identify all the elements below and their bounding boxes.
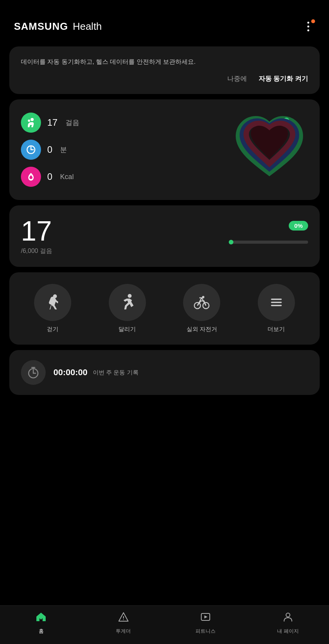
sync-actions: 나중에 자동 동기화 켜기	[21, 74, 308, 83]
app-header: SAMSUNG Health	[0, 0, 329, 41]
bike-label: 실외 자전거	[187, 326, 217, 333]
svg-point-21	[123, 619, 124, 620]
svg-rect-11	[271, 299, 282, 300]
steps-goal: /6,000 걸음	[21, 247, 223, 255]
minutes-icon	[21, 140, 41, 160]
svg-point-24	[286, 613, 290, 617]
timer-icon	[21, 360, 46, 385]
steps-right: 0%	[231, 217, 308, 244]
progress-bar-fill	[231, 241, 231, 244]
sync-later-button[interactable]: 나중에	[227, 74, 247, 83]
logo-health: Health	[73, 20, 102, 32]
steps-stat-row: 17 걸음	[21, 113, 79, 133]
logo-samsung: SAMSUNG	[14, 20, 68, 32]
activity-stats: 17 걸음 0 분 0 Kcal	[21, 113, 79, 187]
steps-icon	[21, 113, 41, 133]
svg-point-1	[28, 120, 30, 122]
steps-value: 17	[47, 117, 58, 128]
sync-enable-button[interactable]: 자동 동기화 켜기	[259, 74, 308, 83]
minutes-unit: 분	[60, 145, 67, 154]
activity-card[interactable]: 17 걸음 0 분 0 Kcal	[9, 99, 320, 200]
timer-time: 00:00:00	[53, 367, 87, 378]
more-label: 더보기	[267, 326, 285, 333]
run-label: 달리기	[118, 326, 136, 333]
timer-row: 00:00:00 이번 주 운동 기록	[53, 367, 139, 378]
timer-label: 이번 주 운동 기록	[93, 369, 139, 376]
nav-mypage-label: 내 페이지	[277, 628, 299, 635]
nav-together[interactable]: 투게더	[82, 611, 165, 635]
svg-rect-12	[271, 302, 282, 303]
nav-mypage[interactable]: 내 페이지	[247, 611, 329, 635]
workout-walk-button[interactable]: 걷기	[17, 284, 89, 333]
steps-unit: 걸음	[65, 118, 79, 127]
home-icon	[35, 611, 47, 625]
workout-bike-button[interactable]: 실외 자전거	[166, 284, 238, 333]
workout-buttons: 걷기 달리기	[17, 284, 312, 333]
steps-card[interactable]: 17 /6,000 걸음 0%	[9, 205, 320, 267]
svg-marker-23	[204, 615, 207, 618]
kcal-icon	[21, 167, 41, 187]
kcal-stat-row: 0 Kcal	[21, 167, 79, 187]
svg-rect-13	[271, 305, 282, 306]
more-icon	[258, 284, 295, 321]
nav-together-label: 투게더	[116, 628, 131, 635]
walk-icon	[34, 284, 71, 321]
minutes-stat-row: 0 분	[21, 140, 79, 160]
minutes-value: 0	[47, 144, 52, 155]
mypage-icon	[282, 611, 294, 625]
nav-fitness-label: 피트니스	[195, 628, 216, 635]
nav-home-label: 홈	[39, 628, 44, 635]
steps-percent-badge: 0%	[289, 221, 308, 231]
progress-bar	[231, 241, 308, 244]
app-logo: SAMSUNG Health	[14, 20, 102, 32]
heart-rings	[231, 111, 308, 188]
workout-card: 걷기 달리기	[9, 272, 320, 345]
kcal-unit: Kcal	[60, 173, 74, 181]
steps-inner: 17 /6,000 걸음 0%	[21, 217, 308, 255]
menu-button[interactable]	[301, 19, 315, 33]
bike-icon	[183, 284, 220, 321]
kcal-value: 0	[47, 171, 52, 182]
workout-run-button[interactable]: 달리기	[92, 284, 163, 333]
fitness-icon	[200, 611, 211, 625]
sync-message: 데이터를 자동 동기화하고, 헬스 데이터를 안전하게 보관하세요.	[21, 57, 308, 67]
svg-point-7	[128, 294, 132, 298]
nav-fitness[interactable]: 피트니스	[164, 611, 247, 635]
svg-point-10	[202, 296, 204, 298]
timer-card[interactable]: 00:00:00 이번 주 운동 기록	[9, 350, 320, 395]
together-icon	[118, 611, 129, 625]
walk-label: 걷기	[47, 326, 58, 333]
sync-banner-card: 데이터를 자동 동기화하고, 헬스 데이터를 안전하게 보관하세요. 나중에 자…	[9, 46, 320, 94]
bottom-navigation: 홈 투게더 피트니스 내 페이지	[0, 605, 329, 644]
steps-left: 17 /6,000 걸음	[21, 217, 223, 255]
nav-home[interactable]: 홈	[0, 611, 82, 635]
svg-point-0	[31, 118, 34, 121]
notification-dot	[311, 19, 315, 23]
steps-number: 17	[21, 217, 223, 245]
run-icon	[109, 284, 146, 321]
workout-more-button[interactable]: 더보기	[241, 284, 312, 333]
